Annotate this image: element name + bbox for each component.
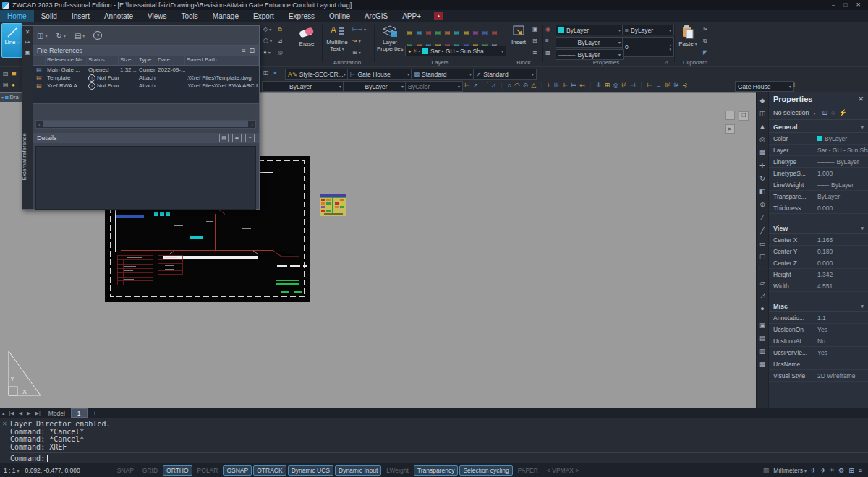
color-toolbar-dropdown[interactable]: ———— ByLayer▾ — [262, 81, 344, 92]
text-style-dropdown[interactable]: A✎ Style-SEC-ER...▾ — [285, 69, 349, 80]
scale-strip-icon[interactable]: ◧ — [760, 185, 766, 198]
toggle-snap[interactable]: SNAP — [114, 465, 137, 476]
refresh-icon[interactable]: ↻▾ — [56, 32, 65, 40]
copy-tool-icon[interactable]: ⧉ — [278, 26, 282, 33]
tab-model[interactable]: Model — [43, 408, 71, 418]
prop-row-layer[interactable]: Layer Sar - GH - Sun Shade — [769, 145, 868, 156]
prop-row-ucsperview[interactable]: UcsPerVie... Yes — [769, 347, 868, 358]
style-toolbar-icon[interactable]: ◫ — [263, 69, 269, 76]
xref-row[interactable]: ▤ Main Gate ... Opened 1.32 ... Current … — [33, 66, 259, 74]
match-properties-icon[interactable]: ◤ — [703, 49, 707, 56]
toggle-grid[interactable]: GRID — [139, 465, 161, 476]
paper-model-toggle[interactable]: PAPER — [514, 465, 542, 476]
tab-arcgis[interactable]: ArcGIS — [357, 10, 395, 22]
block-attach-icon[interactable]: ⊞ — [532, 38, 537, 44]
prop-row-annoscale[interactable]: Annotatio... 1:1 — [769, 312, 868, 324]
minimize-icon[interactable]: – — [832, 0, 835, 10]
command-close-icon[interactable]: ✕ — [2, 421, 7, 427]
quick-select-icon[interactable]: ⊞ — [822, 109, 828, 116]
nav-plane-icon[interactable]: ✈ — [811, 467, 817, 474]
section-view[interactable]: View▾ — [769, 223, 868, 234]
break-strip-icon[interactable]: ▭ — [760, 237, 766, 250]
vpmax-button[interactable]: < VPMAX > — [543, 465, 582, 476]
add-layout-button[interactable]: + — [88, 408, 103, 418]
prop-row-color[interactable]: Color ByLayer — [769, 133, 868, 145]
toggle-ortho[interactable]: ORTHO — [163, 465, 192, 476]
details-collapse-icon[interactable]: − — [245, 134, 255, 142]
toggle-osnap[interactable]: OSNAP — [223, 465, 252, 476]
table-icon[interactable]: ⊞▾ — [352, 49, 361, 56]
toggle-dynamic-input[interactable]: Dynamic Input — [335, 465, 381, 476]
chamfer-strip-icon[interactable]: ⌒ — [760, 263, 766, 276]
copy-icon[interactable]: ⧉ — [703, 38, 707, 45]
offset-strip-icon[interactable]: ◎ — [760, 133, 765, 146]
leader-icon[interactable]: ↝▾ — [352, 38, 361, 44]
command-line-panel[interactable]: ✕ Layer Director enabled.Command: *Cance… — [0, 418, 868, 463]
color-dropdown[interactable]: ByLayer▾ — [556, 25, 624, 35]
scale-selector[interactable]: 1 : 1▾ — [4, 467, 20, 474]
draw-icon[interactable]: ◇▾ — [263, 26, 271, 33]
details-grid-icon[interactable]: ▤ — [219, 134, 229, 142]
extend-strip-icon[interactable]: ╱ — [760, 224, 764, 237]
mdi-restore-icon[interactable]: ❐ — [739, 111, 749, 121]
paste-button[interactable]: Paste▾ — [677, 25, 699, 48]
prop-row-width[interactable]: Width 4.551 — [769, 280, 868, 292]
selection-dropdown[interactable]: No selection ▾ ⊞ ◌ ⚡ — [769, 106, 868, 120]
mleader-style-dropdown[interactable]: ↗ Standard▾ — [473, 69, 537, 80]
prop-row-centerx[interactable]: Center X 1.166 — [769, 234, 868, 246]
linetype-list-icon[interactable]: ≡ — [545, 38, 549, 44]
prop-row-centery[interactable]: Center Y 0.180 — [769, 246, 868, 257]
prop-row-height[interactable]: Height 1.342 — [769, 269, 868, 280]
hatch-icon[interactable]: ●▾ — [263, 49, 271, 56]
polyline-icon[interactable]: ⬡▾ — [263, 38, 272, 44]
mirror-tool-icon[interactable]: ⊿ — [278, 38, 283, 44]
command-prompt[interactable]: Command: — [10, 452, 868, 463]
expand-command-icon[interactable]: ▴ — [0, 411, 7, 416]
tree-view-icon[interactable]: ⊞ — [249, 47, 255, 54]
line-tool-button[interactable]: Line▾ — [1, 23, 22, 58]
tab-annotate[interactable]: Annotate — [97, 10, 140, 22]
cut-icon[interactable]: ✂ — [703, 26, 708, 33]
tab-online[interactable]: Online — [322, 10, 357, 22]
offset-tool-icon[interactable]: ◎ — [278, 49, 283, 56]
stretch-strip-icon[interactable]: ⊕ — [760, 198, 765, 211]
color-wheel-icon[interactable]: ◉ — [545, 26, 550, 33]
prop-row-lineweight[interactable]: LineWeight ——ByLayer — [769, 179, 868, 191]
toggle-dynamic-ucs[interactable]: Dynamic UCS — [288, 465, 333, 476]
plot-icon[interactable]: ▤ — [3, 70, 9, 77]
close-icon[interactable]: ✕ — [856, 0, 861, 10]
properties-close-icon[interactable]: ✕ — [858, 95, 864, 103]
lineweight-toolbar-dropdown[interactable]: ByColor▾ — [405, 81, 463, 92]
tab-solid[interactable]: Solid — [34, 10, 64, 22]
layer-properties-button[interactable]: Layer Properties — [377, 25, 403, 52]
lineweight-dropdown[interactable]: ≡ ByLayer▾ — [622, 25, 674, 35]
layer-stub-icon[interactable]: ▤ — [3, 82, 9, 88]
explode-strip-icon[interactable]: ◿ — [760, 289, 765, 302]
dim-update-icon[interactable]: ⊩ — [793, 82, 798, 88]
toggle-transparency[interactable]: Transparency — [414, 465, 459, 476]
array-strip-icon[interactable]: ▦ — [760, 146, 766, 159]
details-preview-icon[interactable]: ◈ — [232, 134, 242, 142]
draworder-back-icon[interactable]: ▤ — [760, 332, 766, 345]
tab-insert[interactable]: Insert — [64, 10, 97, 22]
scrollbar-thumb[interactable] — [43, 121, 248, 127]
folder-icon[interactable]: ◼ — [12, 70, 17, 77]
tab-app[interactable]: APP+ — [395, 10, 428, 22]
mdi-minimize-icon[interactable]: – — [725, 111, 735, 120]
attach-dwg-icon[interactable]: ◫▾ — [37, 32, 47, 40]
prop-row-ucsiconat[interactable]: UcsIconAt... No — [769, 335, 868, 347]
layer-dropdown[interactable]: ● ☀ ▪ Sar - GH - Sun Sha▾ — [405, 46, 506, 56]
bulb-stub-icon[interactable]: ● — [12, 82, 15, 88]
draworder-front-icon[interactable]: ▣ — [760, 319, 766, 332]
dim-style-dropdown[interactable]: ⊢ Gate House▾ — [347, 69, 412, 80]
xref-horizontal-scrollbar[interactable]: ‹ › — [35, 120, 256, 129]
fillet-strip-icon[interactable]: ▱ — [760, 276, 765, 289]
prop-row-thickness[interactable]: Thickness 0.000 — [769, 202, 868, 214]
move-strip-icon[interactable]: ✛ — [760, 159, 765, 172]
help-icon[interactable]: ? — [93, 31, 102, 40]
dimension-icon[interactable]: ⊢⊣▾ — [352, 26, 366, 33]
toggle-polar[interactable]: POLAR — [194, 465, 222, 476]
tab-export[interactable]: Export — [246, 10, 281, 22]
section-misc[interactable]: Misc▾ — [769, 301, 868, 312]
spinner-arrows-icon[interactable]: ▴▾ — [669, 43, 671, 51]
